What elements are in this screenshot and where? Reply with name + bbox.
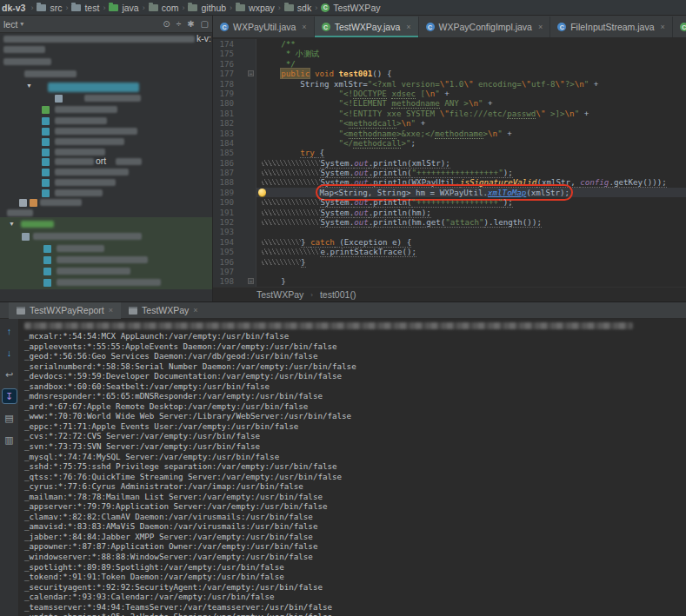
tree-row-redacted[interactable]	[0, 168, 212, 178]
editor-tab-TestWXPay.java[interactable]: CTestWXPay.java×	[315, 17, 419, 37]
clear-all-icon[interactable]: ▥	[3, 433, 17, 447]
console-line: _devdocs:*:59:59:Developer Documentation…	[24, 371, 686, 381]
tree-row-redacted[interactable]	[0, 127, 212, 137]
breadcrumb-separator: ›	[278, 3, 281, 12]
code-editor[interactable]: 174 /**175 * 小测试176 */177− public void t…	[213, 38, 686, 287]
tree-row-redacted[interactable]: ort	[0, 157, 212, 168]
hide-panel-icon[interactable]: ▢	[201, 19, 209, 29]
console-tab-TestWXPay[interactable]: TestWXPay×	[121, 302, 206, 319]
editor-tab-WXPayConfigImpl.java[interactable]: CWXPayConfigImpl.java×	[419, 17, 551, 37]
code-text: }	[256, 257, 306, 267]
console-line: _qtss:*:76:76:QuickTime Streaming Server…	[24, 472, 686, 482]
prev-occurrence-icon[interactable]: ↑	[3, 324, 17, 338]
project-panel-header: lect ▾ ⊙÷✱▢	[0, 16, 212, 33]
nav-crumb-sdk[interactable]: sdk	[284, 3, 311, 13]
line-number: 179	[213, 89, 236, 98]
console-line: _sandbox:*:60:60:Seatbelt:/var/empty:/us…	[24, 381, 686, 392]
close-icon[interactable]: ×	[302, 23, 306, 31]
close-icon[interactable]: ×	[193, 306, 197, 315]
nav-crumb-test[interactable]: test	[71, 3, 99, 13]
tree-item-icon	[42, 179, 50, 187]
breadcrumb-class[interactable]: TestWXPay	[256, 289, 303, 300]
console-line: _securityagent:*:92:92:SecurityAgent:/va…	[24, 582, 686, 593]
redacted-text	[48, 83, 139, 92]
code-line-186: 186System.out.println(xmlStr);	[213, 158, 686, 168]
code-text: e.printStackTrace();	[256, 247, 416, 256]
redacted-text	[40, 199, 82, 206]
tree-item-icon	[19, 199, 27, 207]
code-line-183: 183 "<methodname>&xxe;</methodname>\n" +	[213, 129, 686, 138]
fold-marker-icon[interactable]: −	[248, 70, 254, 76]
code-line-192: 192System.out.println(hm.get("attach").l…	[213, 217, 686, 227]
line-number: 175	[213, 49, 236, 58]
tree-row-redacted[interactable]	[0, 57, 212, 68]
tree-row-redacted[interactable]	[0, 198, 212, 209]
tree-row-redacted[interactable]	[0, 45, 212, 56]
nav-crumb-github[interactable]: github	[188, 3, 226, 13]
project-tree[interactable]: k-v:▼ort▼	[0, 33, 212, 301]
wave-decoration	[262, 160, 320, 166]
close-icon[interactable]: ×	[538, 23, 543, 31]
tree-row-redacted[interactable]	[0, 267, 212, 277]
console-icon	[129, 307, 137, 315]
tree-row-redacted[interactable]	[0, 178, 212, 189]
print-icon[interactable]: ▤	[3, 411, 17, 425]
nav-crumb-java[interactable]: java	[109, 3, 138, 13]
tree-expand-arrow-icon[interactable]: ▼	[9, 221, 15, 227]
tree-row-redacted[interactable]	[0, 244, 212, 255]
code-text: System.out.println(hm);	[256, 208, 431, 217]
console-tab-TestWXPayReport[interactable]: TestWXPayReport×	[9, 302, 121, 319]
tree-row-redacted[interactable]	[0, 94, 212, 104]
breadcrumb-separator: ›	[103, 3, 105, 12]
soft-wrap-icon[interactable]: ↩	[3, 368, 17, 381]
console-line: _geod:*:56:56:Geo Services Daemon:/var/d…	[24, 351, 686, 361]
tree-item-icon	[43, 245, 51, 253]
fold-marker-icon[interactable]: −	[248, 278, 254, 284]
nav-crumb-src[interactable]: src	[37, 3, 62, 13]
nav-crumb-com[interactable]: com	[149, 3, 179, 13]
nav-crumb-wxpay[interactable]: wxpay	[236, 3, 275, 13]
nav-crumb-TestWXPay[interactable]: CTestWXPay	[321, 3, 380, 13]
editor-tab-WXPayUtil.java[interactable]: CWXPayUtil.java×	[213, 17, 315, 37]
redacted-text	[57, 279, 161, 286]
tree-row-redacted[interactable]	[0, 116, 212, 127]
close-icon[interactable]: ×	[661, 23, 665, 31]
close-icon[interactable]: ×	[109, 306, 113, 315]
project-view-selector[interactable]: lect ▾	[3, 19, 23, 30]
tree-row-redacted[interactable]: ▼	[0, 220, 212, 230]
tree-row-redacted[interactable]: k-v:	[0, 35, 212, 45]
tree-row-redacted[interactable]: ▼	[0, 82, 212, 92]
editor-tab-FileInputStream.java[interactable]: CFileInputStream.java×	[550, 17, 673, 37]
tree-row-redacted[interactable]	[0, 255, 212, 266]
console-output[interactable]: _mcxalr:*:54:54:MCX AppLaunch:/var/empty…	[19, 319, 686, 616]
tree-item-icon	[42, 169, 50, 176]
java-class-icon: C	[426, 23, 435, 31]
code-text: public void test001() {	[256, 69, 391, 78]
tree-row-redacted[interactable]	[0, 105, 212, 116]
tree-row-redacted[interactable]	[0, 232, 212, 242]
console-line: _clamav:*:82:82:ClamAV Daemon:/var/virus…	[24, 512, 686, 522]
breadcrumb-method[interactable]: test001()	[320, 289, 356, 300]
next-occurrence-icon[interactable]: ↓	[3, 346, 17, 360]
collapse-all-icon[interactable]: ÷	[176, 19, 182, 29]
scroll-to-end-icon[interactable]: ↧	[3, 389, 17, 403]
console-line: _cyrus:*:77:6:Cyrus Administrator:/var/i…	[24, 481, 686, 492]
editor-tab-TestWXPayReport.java[interactable]: CTestWXPayReport.java×	[673, 17, 686, 37]
tree-item-icon	[55, 95, 63, 103]
settings-gear-icon[interactable]: ✱	[187, 19, 194, 29]
tree-row-redacted[interactable]	[0, 278, 212, 288]
tree-expand-arrow-icon[interactable]: ▼	[26, 83, 32, 89]
wave-decoration	[262, 199, 320, 205]
console-line: _appserver:*:79:79:Application Server:/v…	[24, 501, 686, 512]
package-folder-icon	[149, 4, 158, 11]
console-line: _mailman:*:78:78:Mailman List Server:/va…	[24, 492, 686, 502]
close-icon[interactable]: ×	[406, 23, 410, 31]
intention-bulb-icon[interactable]	[258, 189, 266, 196]
tree-row-redacted[interactable]	[0, 137, 212, 148]
tree-row-redacted[interactable]	[0, 209, 212, 219]
locate-icon[interactable]: ⊙	[163, 19, 170, 29]
project-root-crumb[interactable]: dk-v3	[2, 3, 25, 13]
code-text: "</methodcall>";	[256, 138, 416, 148]
tree-row-redacted[interactable]	[0, 70, 212, 80]
line-number: 183	[213, 129, 236, 138]
